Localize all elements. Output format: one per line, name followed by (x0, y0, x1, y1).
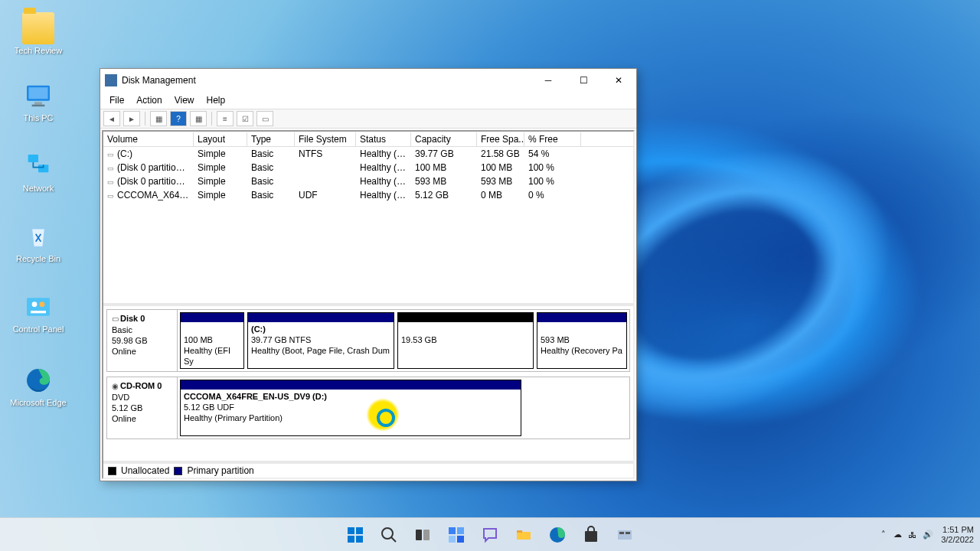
col-layout[interactable]: Layout (194, 132, 247, 146)
col-freespace[interactable]: Free Spa... (477, 132, 524, 146)
help-icon[interactable]: ? (170, 111, 187, 126)
taskbar-date: 3/2/2022 (941, 535, 974, 545)
volume-row[interactable]: (C:)SimpleBasicNTFSHealthy (B...39.77 GB… (103, 147, 633, 161)
svg-rect-14 (356, 536, 363, 543)
desktop-icon-label: Tech Review (9, 46, 67, 55)
desktop-icon-edge[interactable]: Microsoft Edge (9, 364, 67, 407)
svg-rect-18 (423, 530, 430, 540)
svg-rect-9 (31, 311, 46, 313)
svg-rect-22 (457, 536, 464, 543)
cdrom-icon: ◉ (112, 382, 119, 390)
edge-button[interactable] (543, 520, 572, 549)
file-explorer-button[interactable] (509, 520, 538, 549)
desktop-icon-tech-review[interactable]: Tech Review (9, 12, 67, 55)
network-tray-icon[interactable]: 🖧 (908, 530, 916, 540)
close-button[interactable]: ✕ (601, 69, 636, 92)
desktop-icon-label: Network (9, 184, 67, 193)
volume-row[interactable]: (Disk 0 partition 4)SimpleBasicHealthy (… (103, 174, 633, 188)
graphical-view: ▭Disk 0 Basic 59.98 GB Online 100 MBHeal… (103, 306, 633, 461)
toolbar: ◄ ► ▦ ? ▦ ≡ ☑ ▭ (100, 109, 636, 129)
legend: Unallocated Primary partition (103, 461, 633, 478)
window-title: Disk Management (122, 75, 531, 86)
toolbar-list-icon[interactable]: ≡ (217, 111, 234, 126)
toolbar-tile-icon[interactable]: ▦ (150, 111, 167, 126)
svg-point-15 (382, 528, 393, 539)
widgets-button[interactable] (442, 520, 471, 549)
disk-icon: ▭ (112, 315, 119, 323)
tray-chevron-icon[interactable]: ˄ (881, 530, 886, 540)
network-icon (22, 150, 54, 182)
col-capacity[interactable]: Capacity (411, 132, 477, 146)
disk-row-cdrom[interactable]: ◉CD-ROM 0 DVD 5.12 GB Online CCCOMA_X64F… (106, 377, 630, 439)
col-volume[interactable]: Volume (103, 132, 194, 146)
svg-rect-19 (449, 527, 456, 534)
svg-rect-20 (457, 527, 464, 534)
legend-primary: Primary partition (187, 465, 253, 476)
recycle-bin-icon (22, 220, 54, 253)
taskbar: ˄ ☁ 🖧 🔊 1:51 PM 3/2/2022 (0, 517, 980, 551)
taskbar-clock[interactable]: 1:51 PM 3/2/2022 (941, 525, 974, 545)
svg-rect-17 (416, 530, 422, 540)
partition-efi[interactable]: 100 MBHealthy (EFI Sy (180, 312, 244, 369)
col-pctfree[interactable]: % Free (524, 132, 581, 146)
col-filesystem[interactable]: File System (295, 132, 356, 146)
forward-button[interactable]: ► (123, 111, 140, 126)
pc-icon (22, 80, 54, 112)
disk-row-disk0[interactable]: ▭Disk 0 Basic 59.98 GB Online 100 MBHeal… (106, 309, 630, 372)
maximize-button[interactable]: ☐ (566, 69, 601, 92)
store-button[interactable] (577, 520, 606, 549)
svg-rect-12 (356, 527, 363, 534)
start-button[interactable] (341, 520, 370, 549)
volume-list[interactable]: Volume Layout Type File System Status Ca… (103, 132, 633, 306)
desktop-icon-recycle-bin[interactable]: Recycle Bin (9, 220, 67, 263)
col-type[interactable]: Type (247, 132, 295, 146)
minimize-button[interactable]: ─ (531, 69, 566, 92)
taskbar-time: 1:51 PM (941, 525, 974, 535)
app-icon (105, 74, 117, 86)
volume-row[interactable]: (Disk 0 partition 1)SimpleBasicHealthy (… (103, 161, 633, 174)
svg-rect-23 (517, 530, 522, 533)
menubar: File Action View Help (100, 92, 636, 109)
menu-help[interactable]: Help (201, 93, 232, 107)
partition-c[interactable]: (C:)39.77 GB NTFSHealthy (Boot, Page Fil… (247, 312, 394, 369)
col-status[interactable]: Status (356, 132, 411, 146)
toolbar-window-icon[interactable]: ▭ (256, 111, 273, 126)
desktop-icon-this-pc[interactable]: This PC (9, 80, 67, 122)
svg-point-7 (32, 302, 38, 307)
partition-recovery[interactable]: 593 MBHealthy (Recovery Pa (537, 312, 627, 369)
task-view-button[interactable] (408, 520, 437, 549)
menu-action[interactable]: Action (130, 93, 168, 107)
back-button[interactable]: ◄ (103, 111, 120, 126)
partition-unallocated[interactable]: 19.53 GB (397, 312, 534, 369)
desktop-icon-label: This PC (9, 113, 67, 122)
refresh-icon[interactable]: ▦ (190, 111, 207, 126)
disk-management-taskbar-button[interactable] (610, 520, 639, 549)
menu-file[interactable]: File (103, 93, 130, 107)
cdrom-label: ◉CD-ROM 0 DVD 5.12 GB Online (107, 377, 178, 439)
svg-rect-11 (348, 527, 354, 534)
disk0-label: ▭Disk 0 Basic 59.98 GB Online (107, 310, 178, 371)
volume-icon[interactable]: 🔊 (923, 530, 933, 540)
onedrive-icon[interactable]: ☁ (893, 530, 902, 540)
svg-point-8 (40, 302, 45, 307)
volume-row[interactable]: CCCOMA_X64FRE...SimpleBasicUDFHealthy (P… (103, 188, 633, 202)
svg-rect-25 (585, 531, 597, 542)
chat-button[interactable] (475, 520, 505, 549)
toolbar-check-icon[interactable]: ☑ (237, 111, 253, 126)
partition-cdrom[interactable]: CCCOMA_X64FRE_EN-US_DV9 (D:)5.12 GB UDFH… (180, 380, 521, 436)
menu-view[interactable]: View (168, 93, 201, 107)
titlebar[interactable]: Disk Management ─ ☐ ✕ (100, 69, 636, 92)
svg-rect-27 (619, 532, 624, 534)
legend-swatch-unallocated (108, 467, 116, 475)
desktop-icon-label: Recycle Bin (9, 254, 67, 263)
svg-rect-26 (618, 530, 632, 540)
desktop-icon-network[interactable]: Network (9, 150, 67, 193)
desktop-icon-control-panel[interactable]: Control Panel (9, 291, 67, 334)
disk-management-window: Disk Management ─ ☐ ✕ File Action View H… (100, 68, 637, 481)
legend-unallocated: Unallocated (121, 465, 169, 476)
volume-list-header[interactable]: Volume Layout Type File System Status Ca… (103, 132, 633, 147)
svg-rect-2 (34, 102, 42, 104)
search-button[interactable] (374, 520, 403, 549)
desktop-icon-label: Microsoft Edge (9, 398, 67, 407)
folder-icon (22, 12, 54, 44)
